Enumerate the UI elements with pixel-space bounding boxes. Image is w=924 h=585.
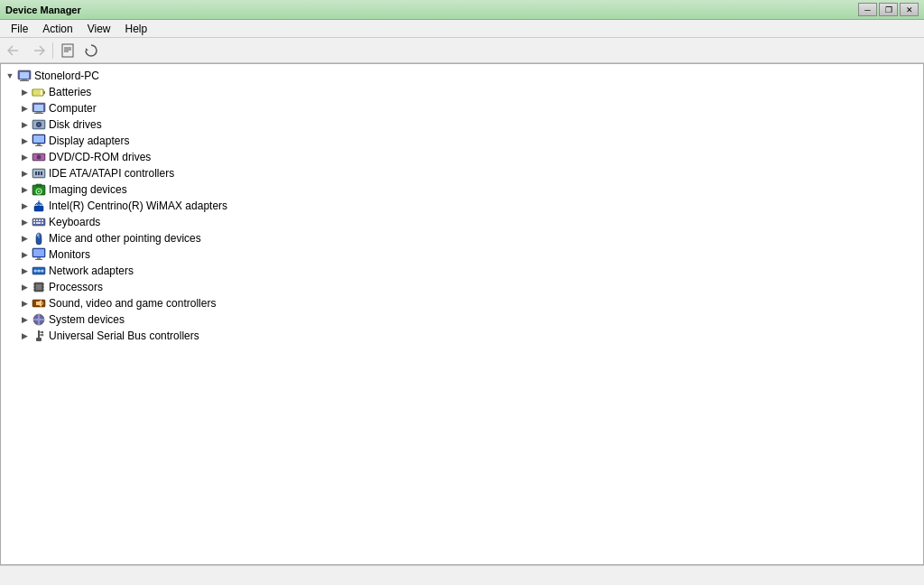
expand-icon-intel-wimax[interactable]: ▶ [19, 200, 30, 211]
tree-label-monitors: Monitors [49, 248, 90, 261]
tree-item-network[interactable]: ▶Network adapters [15, 263, 923, 279]
svg-point-26 [37, 155, 42, 160]
toolbar-sep-1 [52, 42, 53, 59]
svg-rect-50 [37, 257, 41, 259]
update-icon [84, 43, 98, 58]
svg-rect-47 [37, 234, 39, 237]
back-icon [7, 43, 22, 58]
device-icon-dvd-cdrom [32, 150, 46, 164]
svg-rect-51 [35, 259, 42, 260]
device-icon-ide-atapi [32, 166, 46, 181]
svg-rect-73 [42, 331, 43, 333]
expand-icon-imaging[interactable]: ▶ [19, 184, 30, 195]
menu-help[interactable]: Help [118, 21, 155, 37]
menu-file[interactable]: File [4, 21, 35, 37]
device-icon-usb [32, 329, 46, 343]
status-bar [0, 565, 924, 585]
tree-label-imaging: Imaging devices [49, 183, 127, 196]
tree-item-dvd-cdrom[interactable]: ▶DVD/CD-ROM drives [15, 149, 923, 165]
tree-item-monitors[interactable]: ▶Monitors [15, 246, 923, 263]
tree-label-dvd-cdrom: DVD/CD-ROM drives [49, 151, 151, 163]
root-expand-icon[interactable]: ▼ [5, 70, 15, 81]
root-label: Stonelord-PC [34, 70, 99, 82]
expand-icon-batteries[interactable]: ▶ [19, 87, 30, 98]
expand-icon-dvd-cdrom[interactable]: ▶ [19, 152, 30, 162]
tree-item-system[interactable]: ▶System devices [15, 311, 923, 328]
minimize-button[interactable]: ─ [858, 3, 877, 16]
svg-rect-23 [35, 145, 42, 146]
tree-item-keyboards[interactable]: ▶Keyboards [15, 214, 923, 230]
device-icon-disk-drives [32, 117, 46, 132]
tree-item-processors[interactable]: ▶Processors [15, 279, 923, 295]
expand-icon-keyboards[interactable]: ▶ [19, 217, 30, 228]
menu-bar: File Action View Help [0, 20, 924, 38]
expand-icon-usb[interactable]: ▶ [19, 330, 30, 341]
svg-rect-43 [33, 222, 35, 224]
tree-item-usb[interactable]: ▶Universal Serial Bus controllers [15, 328, 923, 344]
tree-label-computer: Computer [49, 102, 97, 115]
tree-label-system: System devices [49, 313, 125, 326]
title-bar: Device Manager ─ ❐ ✕ [0, 0, 924, 20]
expand-icon-computer[interactable]: ▶ [19, 103, 30, 114]
svg-rect-33 [36, 184, 42, 186]
tree-root[interactable]: ▼ Stonelord-PC [1, 68, 923, 84]
svg-marker-4 [86, 48, 88, 51]
svg-rect-75 [36, 338, 42, 341]
tree-label-sound: Sound, video and game controllers [49, 297, 216, 310]
device-icon-imaging [32, 182, 46, 197]
svg-point-70 [37, 318, 41, 321]
expand-icon-monitors[interactable]: ▶ [19, 249, 30, 260]
svg-rect-39 [33, 219, 35, 221]
tree-label-network: Network adapters [49, 265, 134, 277]
tree-item-imaging[interactable]: ▶Imaging devices [15, 181, 923, 198]
svg-rect-22 [37, 144, 41, 145]
back-button[interactable] [4, 41, 25, 60]
tree-item-ide-atapi[interactable]: ▶IDE ATA/ATAPI controllers [15, 165, 923, 181]
tree-item-sound[interactable]: ▶Sound, video and game controllers [15, 295, 923, 311]
tree-item-intel-wimax[interactable]: ▶Intel(R) Centrino(R) WiMAX adapters [15, 198, 923, 214]
menu-view[interactable]: View [80, 21, 118, 37]
svg-rect-29 [35, 172, 37, 175]
expand-icon-processors[interactable]: ▶ [19, 282, 30, 292]
tree-label-intel-wimax: Intel(R) Centrino(R) WiMAX adapters [49, 200, 227, 212]
forward-button[interactable] [27, 41, 49, 60]
svg-rect-10 [43, 91, 45, 94]
expand-icon-disk-drives[interactable]: ▶ [19, 119, 30, 130]
tree-label-usb: Universal Serial Bus controllers [49, 330, 199, 342]
device-icon-sound [32, 296, 46, 311]
update-button[interactable] [80, 41, 102, 60]
close-button[interactable]: ✕ [900, 3, 919, 16]
tree-children: ▶Batteries▶Computer▶Disk drives▶Display … [1, 84, 923, 344]
svg-point-35 [38, 190, 40, 192]
device-icon-intel-wimax [32, 199, 46, 213]
svg-rect-32 [32, 185, 45, 195]
device-icon-system [32, 312, 46, 327]
tree-item-batteries[interactable]: ▶Batteries [15, 84, 923, 100]
svg-rect-49 [33, 249, 44, 256]
tree-item-display-adapters[interactable]: ▶Display adapters [15, 133, 923, 149]
svg-rect-41 [39, 219, 41, 221]
tree-label-keyboards: Keyboards [49, 216, 100, 228]
svg-rect-15 [34, 113, 43, 114]
svg-point-54 [34, 270, 37, 273]
svg-point-56 [42, 270, 44, 273]
expand-icon-sound[interactable]: ▶ [19, 298, 30, 309]
menu-action[interactable]: Action [35, 21, 79, 37]
properties-button[interactable] [57, 41, 79, 60]
tree-item-disk-drives[interactable]: ▶Disk drives [15, 116, 923, 133]
restore-button[interactable]: ❐ [879, 3, 898, 16]
tree-item-computer[interactable]: ▶Computer [15, 100, 923, 116]
tree-item-mice[interactable]: ▶Mice and other pointing devices [15, 230, 923, 246]
tree-label-batteries: Batteries [49, 86, 91, 98]
expand-icon-ide-atapi[interactable]: ▶ [19, 168, 30, 179]
tree-view[interactable]: ▼ Stonelord-PC ▶Batteries▶Computer▶Disk … [1, 64, 923, 564]
expand-icon-network[interactable]: ▶ [19, 265, 30, 276]
expand-icon-system[interactable]: ▶ [19, 314, 30, 325]
svg-rect-0 [62, 44, 73, 57]
device-icon-display-adapters [32, 134, 46, 148]
expand-icon-mice[interactable]: ▶ [19, 233, 30, 244]
svg-point-55 [38, 270, 41, 273]
svg-rect-58 [36, 284, 42, 290]
expand-icon-display-adapters[interactable]: ▶ [19, 135, 30, 146]
device-icon-batteries [32, 85, 46, 99]
